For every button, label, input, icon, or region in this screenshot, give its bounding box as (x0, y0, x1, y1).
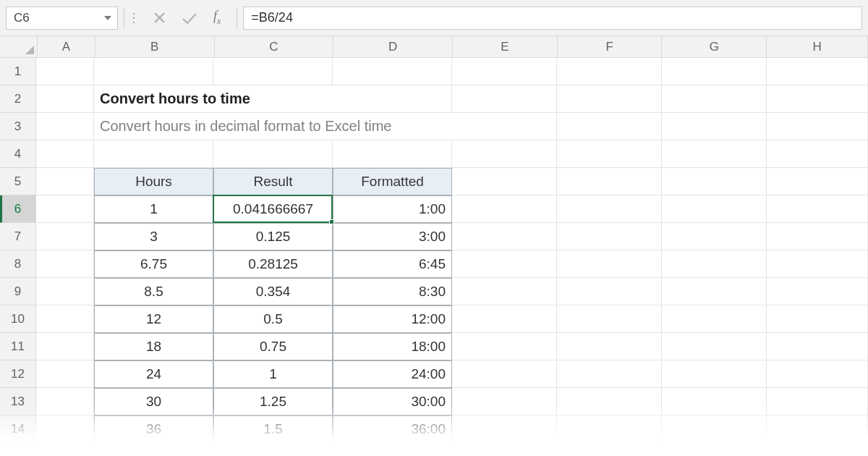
cell-A13[interactable] (36, 388, 94, 415)
formula-input[interactable]: =B6/24 (243, 7, 862, 30)
col-header-C[interactable]: C (215, 36, 334, 57)
cell-D4[interactable] (333, 140, 452, 168)
cell-C2[interactable] (213, 85, 333, 113)
cell-A1[interactable] (36, 58, 94, 85)
cell-C5[interactable]: Result (213, 168, 333, 195)
cell-A4[interactable] (36, 140, 94, 168)
cell-D1[interactable] (333, 58, 452, 85)
cell-H7[interactable] (767, 223, 868, 250)
col-header-F[interactable]: F (558, 36, 663, 57)
cell-G8[interactable] (662, 250, 767, 278)
cell-H2[interactable] (767, 85, 868, 113)
cell-E14[interactable] (452, 415, 557, 443)
cell-C11[interactable]: 0.75 (213, 333, 333, 360)
insert-function-icon[interactable]: fx (213, 9, 221, 27)
cell-B1[interactable] (94, 58, 213, 85)
cell-A11[interactable] (36, 333, 94, 360)
row-header-12[interactable]: 12 (0, 360, 35, 388)
cell-C9[interactable]: 0.354 (213, 278, 333, 305)
cell-H13[interactable] (767, 388, 868, 415)
cell-G6[interactable] (662, 195, 767, 223)
cell-D12[interactable]: 24:00 (333, 360, 452, 388)
cell-A10[interactable] (36, 305, 94, 333)
cancel-icon[interactable] (153, 12, 166, 24)
cell-F1[interactable] (557, 58, 662, 85)
row-header-6[interactable]: 6 (0, 195, 35, 223)
cell-E7[interactable] (452, 223, 557, 250)
cell-F13[interactable] (557, 388, 662, 415)
cell-H4[interactable] (767, 140, 868, 168)
col-header-G[interactable]: G (662, 36, 767, 57)
cell-C8[interactable]: 0.28125 (213, 250, 333, 278)
cell-G3[interactable] (662, 113, 767, 140)
cell-F12[interactable] (557, 360, 662, 388)
cell-A2[interactable] (36, 85, 94, 113)
row-header-2[interactable]: 2 (0, 85, 35, 113)
cell-A6[interactable] (36, 195, 94, 223)
cell-E3[interactable] (452, 113, 557, 140)
cell-C3[interactable] (213, 113, 333, 140)
cell-G5[interactable] (662, 168, 767, 195)
cell-C14[interactable]: 1.5 (213, 415, 333, 443)
cells-area[interactable]: Convert hours to time Convert hours in d… (36, 58, 868, 443)
cell-D13[interactable]: 30:00 (333, 388, 452, 415)
cell-G9[interactable] (662, 278, 767, 305)
cell-G11[interactable] (662, 333, 767, 360)
cell-G13[interactable] (662, 388, 767, 415)
row-header-4[interactable]: 4 (0, 140, 35, 168)
cell-F8[interactable] (557, 250, 662, 278)
row-header-9[interactable]: 9 (0, 278, 35, 305)
name-box[interactable]: C6 (6, 7, 118, 30)
name-box-dropdown-icon[interactable] (104, 16, 111, 20)
cell-D9[interactable]: 8:30 (333, 278, 452, 305)
cell-A7[interactable] (36, 223, 94, 250)
cell-E10[interactable] (452, 305, 557, 333)
cell-F2[interactable] (557, 85, 662, 113)
cell-H8[interactable] (767, 250, 868, 278)
cell-B7[interactable]: 3 (94, 223, 213, 250)
cell-B2[interactable]: Convert hours to time (94, 85, 213, 113)
row-header-10[interactable]: 10 (0, 305, 35, 333)
cell-G14[interactable] (662, 415, 767, 443)
cell-C13[interactable]: 1.25 (213, 388, 333, 415)
cell-H5[interactable] (767, 168, 868, 195)
cell-C1[interactable] (213, 58, 333, 85)
cell-F9[interactable] (557, 278, 662, 305)
cell-G4[interactable] (662, 140, 767, 168)
cell-G2[interactable] (662, 85, 767, 113)
cell-D5[interactable]: Formatted (333, 168, 452, 195)
cell-A5[interactable] (36, 168, 94, 195)
cell-D8[interactable]: 6:45 (333, 250, 452, 278)
drag-handle-icon[interactable] (130, 13, 137, 23)
cell-G10[interactable] (662, 305, 767, 333)
cell-H11[interactable] (767, 333, 868, 360)
row-header-14[interactable]: 14 (0, 415, 35, 443)
row-header-7[interactable]: 7 (0, 223, 35, 250)
row-header-3[interactable]: 3 (0, 113, 35, 140)
cell-B5[interactable]: Hours (94, 168, 213, 195)
cell-D11[interactable]: 18:00 (333, 333, 452, 360)
cell-C6[interactable]: 0.041666667 (213, 195, 333, 223)
col-header-A[interactable]: A (38, 36, 95, 57)
cell-E12[interactable] (452, 360, 557, 388)
cell-C4[interactable] (213, 140, 333, 168)
cell-E5[interactable] (452, 168, 557, 195)
cell-D7[interactable]: 3:00 (333, 223, 452, 250)
cell-H10[interactable] (767, 305, 868, 333)
cell-G1[interactable] (662, 58, 767, 85)
cell-C12[interactable]: 1 (213, 360, 333, 388)
row-header-13[interactable]: 13 (0, 388, 35, 415)
cell-B4[interactable] (94, 140, 213, 168)
cell-B9[interactable]: 8.5 (94, 278, 213, 305)
cell-H9[interactable] (767, 278, 868, 305)
cell-D10[interactable]: 12:00 (333, 305, 452, 333)
col-header-H[interactable]: H (767, 36, 868, 57)
cell-D14[interactable]: 36:00 (333, 415, 452, 443)
cell-B3[interactable]: Convert hours in decimal format to Excel… (94, 113, 213, 140)
select-all-corner[interactable] (0, 36, 38, 57)
row-header-8[interactable]: 8 (0, 250, 35, 278)
cell-B10[interactable]: 12 (94, 305, 213, 333)
row-header-11[interactable]: 11 (0, 333, 35, 360)
cell-F7[interactable] (557, 223, 662, 250)
cell-G12[interactable] (662, 360, 767, 388)
